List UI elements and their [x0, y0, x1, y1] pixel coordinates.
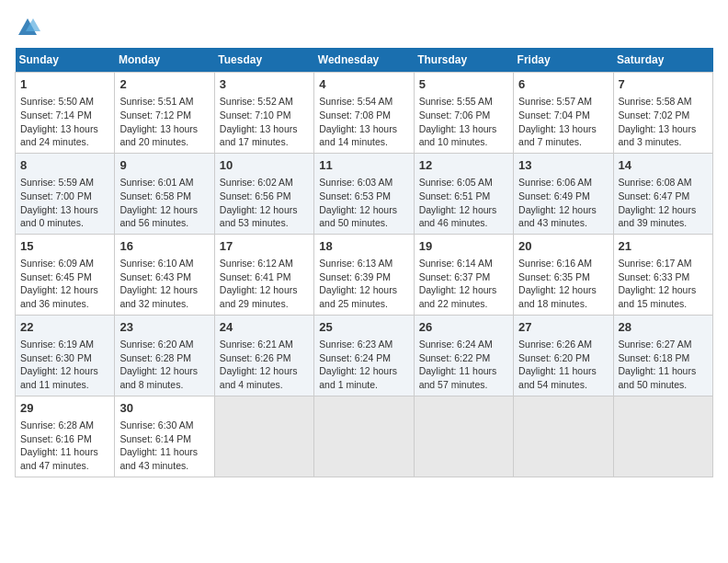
sunset-text: Sunset: 7:14 PM	[20, 109, 92, 121]
sunset-text: Sunset: 6:16 PM	[20, 433, 92, 444]
daylight-text: Daylight: 12 hours and 32 minutes.	[119, 284, 198, 309]
calendar-cell: 9Sunrise: 6:01 AMSunset: 6:58 PMDaylight…	[115, 153, 214, 234]
day-number: 13	[518, 157, 608, 174]
sunset-text: Sunset: 7:08 PM	[319, 109, 391, 121]
daylight-text: Daylight: 13 hours and 7 minutes.	[518, 123, 597, 148]
sunrise-text: Sunrise: 6:13 AM	[319, 258, 392, 269]
sunset-text: Sunset: 7:12 PM	[119, 109, 191, 121]
sunrise-text: Sunrise: 6:10 AM	[119, 258, 193, 269]
sunrise-text: Sunrise: 6:20 AM	[119, 339, 193, 350]
logo	[15, 15, 44, 40]
sunset-text: Sunset: 6:56 PM	[220, 190, 291, 201]
daylight-text: Daylight: 12 hours and 36 minutes.	[20, 284, 98, 309]
daylight-text: Daylight: 13 hours and 10 minutes.	[419, 123, 497, 148]
sunrise-text: Sunrise: 6:19 AM	[20, 339, 94, 350]
daylight-text: Daylight: 11 hours and 43 minutes.	[119, 446, 198, 471]
sunset-text: Sunset: 7:04 PM	[518, 109, 590, 121]
calendar-cell: 24Sunrise: 6:21 AMSunset: 6:26 PMDayligh…	[214, 315, 313, 396]
daylight-text: Daylight: 12 hours and 50 minutes.	[319, 204, 397, 229]
sunrise-text: Sunrise: 6:23 AM	[319, 339, 392, 350]
daylight-text: Daylight: 11 hours and 47 minutes.	[20, 446, 98, 471]
day-number: 22	[20, 319, 109, 336]
calendar-cell: 14Sunrise: 6:08 AMSunset: 6:47 PMDayligh…	[613, 153, 712, 234]
sunrise-text: Sunrise: 6:28 AM	[20, 419, 94, 431]
sunset-text: Sunset: 6:28 PM	[119, 352, 191, 363]
daylight-text: Daylight: 13 hours and 0 minutes.	[20, 204, 98, 229]
sunrise-text: Sunrise: 5:52 AM	[220, 96, 293, 107]
calendar-cell: 6Sunrise: 5:57 AMSunset: 7:04 PMDaylight…	[514, 73, 613, 154]
sunset-text: Sunset: 7:06 PM	[419, 109, 491, 121]
day-number: 29	[20, 400, 109, 417]
sunrise-text: Sunrise: 5:51 AM	[119, 96, 193, 107]
day-headers-row: SundayMondayTuesdayWednesdayThursdayFrid…	[16, 48, 713, 73]
sunset-text: Sunset: 6:18 PM	[619, 352, 690, 363]
daylight-text: Daylight: 13 hours and 3 minutes.	[619, 123, 697, 148]
sunset-text: Sunset: 6:39 PM	[319, 271, 391, 282]
sunset-text: Sunset: 6:45 PM	[20, 271, 92, 282]
sunset-text: Sunset: 6:26 PM	[220, 352, 291, 363]
calendar-cell: 5Sunrise: 5:55 AMSunset: 7:06 PMDaylight…	[414, 73, 513, 154]
sunset-text: Sunset: 6:51 PM	[419, 190, 491, 201]
day-header-tuesday: Tuesday	[214, 48, 313, 73]
daylight-text: Daylight: 12 hours and 4 minutes.	[220, 365, 298, 390]
calendar-cell: 30Sunrise: 6:30 AMSunset: 6:14 PMDayligh…	[115, 396, 214, 477]
sunset-text: Sunset: 6:35 PM	[518, 271, 590, 282]
calendar-cell: 20Sunrise: 6:16 AMSunset: 6:35 PMDayligh…	[514, 234, 613, 315]
day-number: 10	[220, 157, 309, 174]
calendar-cell: 10Sunrise: 6:02 AMSunset: 6:56 PMDayligh…	[214, 153, 313, 234]
calendar-cell	[214, 396, 313, 477]
calendar-cell: 17Sunrise: 6:12 AMSunset: 6:41 PMDayligh…	[214, 234, 313, 315]
calendar-cell	[414, 396, 513, 477]
sunset-text: Sunset: 6:43 PM	[119, 271, 191, 282]
sunrise-text: Sunrise: 6:17 AM	[619, 258, 692, 269]
daylight-text: Daylight: 12 hours and 25 minutes.	[319, 284, 397, 309]
day-number: 18	[319, 238, 408, 255]
day-number: 25	[319, 319, 408, 336]
day-number: 7	[619, 76, 708, 93]
day-header-sunday: Sunday	[16, 48, 115, 73]
day-number: 1	[20, 76, 109, 93]
daylight-text: Daylight: 12 hours and 11 minutes.	[20, 365, 98, 390]
sunset-text: Sunset: 7:00 PM	[20, 190, 92, 201]
sunset-text: Sunset: 6:41 PM	[220, 271, 291, 282]
calendar-cell: 21Sunrise: 6:17 AMSunset: 6:33 PMDayligh…	[613, 234, 712, 315]
sunset-text: Sunset: 6:47 PM	[619, 190, 690, 201]
sunrise-text: Sunrise: 6:01 AM	[119, 177, 193, 188]
daylight-text: Daylight: 12 hours and 15 minutes.	[619, 284, 697, 309]
day-header-friday: Friday	[514, 48, 613, 73]
sunrise-text: Sunrise: 6:03 AM	[319, 177, 392, 188]
day-number: 2	[119, 76, 209, 93]
sunset-text: Sunset: 6:14 PM	[119, 433, 191, 444]
daylight-text: Daylight: 12 hours and 43 minutes.	[518, 204, 597, 229]
sunrise-text: Sunrise: 5:57 AM	[518, 96, 592, 107]
day-number: 20	[518, 238, 608, 255]
day-number: 19	[419, 238, 508, 255]
sunrise-text: Sunrise: 6:16 AM	[518, 258, 592, 269]
day-number: 15	[20, 238, 109, 255]
sunrise-text: Sunrise: 5:54 AM	[319, 96, 392, 107]
day-number: 27	[518, 319, 608, 336]
calendar-cell: 23Sunrise: 6:20 AMSunset: 6:28 PMDayligh…	[115, 315, 214, 396]
calendar-cell: 12Sunrise: 6:05 AMSunset: 6:51 PMDayligh…	[414, 153, 513, 234]
calendar-cell: 28Sunrise: 6:27 AMSunset: 6:18 PMDayligh…	[613, 315, 712, 396]
sunrise-text: Sunrise: 6:12 AM	[220, 258, 293, 269]
sunrise-text: Sunrise: 6:09 AM	[20, 258, 94, 269]
sunset-text: Sunset: 6:33 PM	[619, 271, 690, 282]
calendar-cell	[514, 396, 613, 477]
calendar-cell: 27Sunrise: 6:26 AMSunset: 6:20 PMDayligh…	[514, 315, 613, 396]
week-row-3: 15Sunrise: 6:09 AMSunset: 6:45 PMDayligh…	[16, 234, 713, 315]
day-number: 4	[319, 76, 408, 93]
day-header-monday: Monday	[115, 48, 214, 73]
calendar-cell: 3Sunrise: 5:52 AMSunset: 7:10 PMDaylight…	[214, 73, 313, 154]
calendar-cell: 29Sunrise: 6:28 AMSunset: 6:16 PMDayligh…	[16, 396, 115, 477]
sunrise-text: Sunrise: 5:59 AM	[20, 177, 94, 188]
calendar-cell: 16Sunrise: 6:10 AMSunset: 6:43 PMDayligh…	[115, 234, 214, 315]
page-header	[15, 15, 713, 40]
week-row-1: 1Sunrise: 5:50 AMSunset: 7:14 PMDaylight…	[16, 73, 713, 154]
week-row-5: 29Sunrise: 6:28 AMSunset: 6:16 PMDayligh…	[16, 396, 713, 477]
sunrise-text: Sunrise: 6:02 AM	[220, 177, 293, 188]
sunset-text: Sunset: 6:20 PM	[518, 352, 590, 363]
sunrise-text: Sunrise: 5:50 AM	[20, 96, 94, 107]
calendar-cell: 1Sunrise: 5:50 AMSunset: 7:14 PMDaylight…	[16, 73, 115, 154]
day-number: 21	[619, 238, 708, 255]
